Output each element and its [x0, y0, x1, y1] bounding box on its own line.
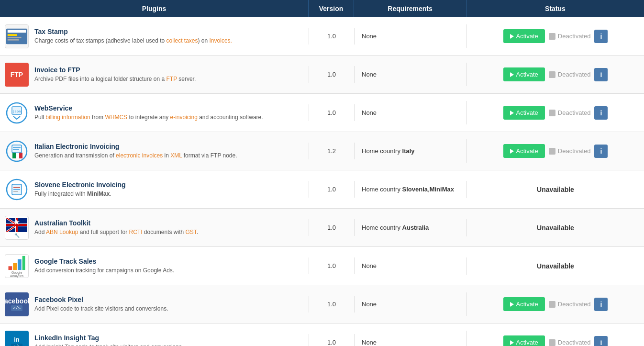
plugin-name: Tax Stamp — [34, 28, 304, 35]
plugin-cell: FTP Invoice to FTP Archive PDF files int… — [0, 58, 309, 91]
svg-rect-4 — [8, 39, 19, 40]
info-button[interactable]: i — [594, 30, 608, 43]
activate-label: Activate — [516, 147, 538, 155]
plugin-cell: json WebService Pull billing information… — [0, 96, 309, 130]
activate-label: Activate — [516, 109, 538, 116]
info-button[interactable]: i — [594, 145, 608, 158]
plugin-cell: Tax Stamp Charge costs of tax stamps (ad… — [0, 20, 309, 53]
checkbox-icon — [549, 110, 555, 116]
header-plugins: Plugins — [0, 0, 309, 17]
play-icon — [510, 111, 514, 115]
svg-rect-1 — [8, 30, 26, 33]
deactivated-label: Deactivated — [558, 147, 591, 155]
plugin-version: 1.0 — [309, 257, 354, 274]
plugin-info: Invoice to FTP Archive PDF files into a … — [34, 66, 304, 83]
header-status: Status — [466, 0, 644, 17]
plugin-icon-australian: 🔧 — [5, 216, 29, 240]
plugin-info: LinkedIn Insight Tag Add Insight Tag cod… — [34, 334, 304, 346]
plugin-info: Facebook Pixel Add Pixel code to track s… — [34, 296, 304, 313]
info-button[interactable]: i — [594, 336, 608, 346]
deactivated-status: Deactivated — [549, 147, 591, 155]
svg-rect-9 — [12, 145, 22, 153]
table-body: Tax Stamp Charge costs of tax stamps (ad… — [0, 17, 644, 346]
deactivated-label: Deactivated — [558, 301, 591, 308]
plugin-status: Activate Deactivated i — [466, 101, 644, 124]
plugin-cell: facebook </> Facebook Pixel Add Pixel co… — [0, 288, 309, 321]
plugin-icon-webservice: json — [5, 101, 29, 125]
play-icon — [510, 149, 514, 154]
table-header: Plugins Version Requirements Status — [0, 0, 644, 17]
plugin-icon-linkedin: in </> — [5, 331, 29, 346]
plugin-cell: in </> LinkedIn Insight Tag Add Insight … — [0, 326, 309, 346]
checkbox-icon — [549, 301, 555, 308]
table-row: Slovene Electronic Invoicing Fully integ… — [0, 170, 644, 209]
plugin-requirements: None — [354, 334, 466, 346]
svg-text:json: json — [13, 110, 21, 113]
svg-rect-11 — [16, 153, 19, 158]
plugin-icon-italian — [5, 139, 29, 163]
plugin-description: Charge costs of tax stamps (adhesive lab… — [34, 37, 304, 45]
table-row: Tax Stamp Charge costs of tax stamps (ad… — [0, 17, 644, 56]
checkbox-icon — [549, 33, 555, 40]
activate-label: Activate — [516, 301, 538, 308]
plugin-icon-facebook: facebook </> — [5, 292, 29, 316]
checkbox-icon — [549, 148, 555, 155]
play-icon — [510, 302, 514, 307]
plugin-icon-ftp: FTP — [5, 63, 29, 87]
plugin-info: Google Track Sales Add conversion tracki… — [34, 257, 304, 275]
plugin-description: Add Pixel code to track site visitors an… — [34, 305, 304, 313]
header-requirements: Requirements — [354, 0, 466, 17]
deactivated-status: Deactivated — [549, 339, 591, 346]
plugin-version: 1.0 — [309, 334, 354, 346]
plugin-name: WebService — [34, 104, 304, 112]
play-icon — [510, 72, 514, 77]
activate-button[interactable]: Activate — [503, 29, 545, 43]
info-button[interactable]: i — [594, 106, 608, 120]
svg-rect-30 — [9, 266, 12, 270]
activate-button[interactable]: Activate — [503, 106, 545, 120]
plugin-status: Activate Deactivated i — [466, 63, 644, 86]
deactivated-label: Deactivated — [558, 109, 591, 116]
plugin-status: Unavailable — [466, 181, 644, 198]
table-row: GoogleAnalytics Google Track Sales Add c… — [0, 247, 644, 285]
deactivated-label: Deactivated — [558, 71, 591, 78]
activate-label: Activate — [516, 33, 538, 40]
plugin-info: Slovene Electronic Invoicing Fully integ… — [34, 181, 304, 198]
table-row: FTP Invoice to FTP Archive PDF files int… — [0, 56, 644, 94]
plugin-icon-taxstamp — [5, 24, 29, 48]
svg-rect-2 — [8, 34, 17, 36]
activate-button[interactable]: Activate — [503, 67, 545, 81]
plugin-description: Pull billing information from WHMCS to i… — [34, 113, 304, 122]
plugin-version: 1.0 — [309, 28, 354, 45]
plugin-requirements: Home country Australia — [354, 219, 466, 236]
plugin-requirements: None — [354, 257, 466, 274]
info-button[interactable]: i — [594, 68, 608, 81]
plugin-status: Activate Deactivated i — [466, 292, 644, 316]
table-row: json WebService Pull billing information… — [0, 94, 644, 132]
table-row: in </> LinkedIn Insight Tag Add Insight … — [0, 324, 644, 346]
checkbox-icon — [549, 339, 555, 346]
plugin-version: 1.0 — [309, 104, 354, 121]
deactivated-label: Deactivated — [558, 33, 591, 40]
plugin-info: Australian Toolkit Add ABN Lookup and fu… — [34, 219, 304, 236]
deactivated-status: Deactivated — [549, 301, 591, 308]
deactivated-status: Deactivated — [549, 33, 591, 40]
activate-button[interactable]: Activate — [503, 144, 545, 158]
plugin-description: Archive PDF files into a logical folder … — [34, 75, 304, 83]
plugin-version: 1.0 — [309, 219, 354, 236]
plugin-cell: Italian Electronic Invoicing Generation … — [0, 134, 309, 168]
svg-rect-3 — [8, 36, 22, 38]
plugin-requirements: None — [354, 28, 466, 45]
plugin-info: Italian Electronic Invoicing Generation … — [34, 143, 304, 160]
plugin-description: Add Insight Tag code to track site visit… — [34, 343, 304, 346]
activate-button[interactable]: Activate — [503, 335, 545, 346]
plugin-info: Tax Stamp Charge costs of tax stamps (ad… — [34, 28, 304, 45]
activate-label: Activate — [516, 71, 538, 78]
plugin-name: LinkedIn Insight Tag — [34, 334, 304, 342]
info-button[interactable]: i — [594, 298, 608, 311]
activate-button[interactable]: Activate — [503, 297, 545, 311]
svg-rect-12 — [19, 153, 22, 158]
svg-rect-33 — [22, 256, 25, 269]
plugin-name: Slovene Electronic Invoicing — [34, 181, 304, 189]
plugin-status: Unavailable — [466, 257, 644, 275]
